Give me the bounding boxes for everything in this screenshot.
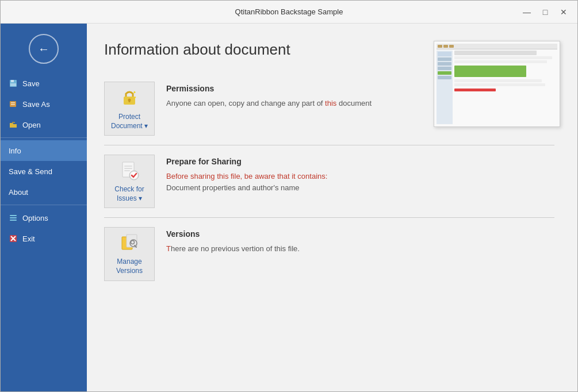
window-title: QtitanRibbon Backstage Sample	[235, 7, 343, 16]
versions-text: There are no previous vertion of this fi…	[166, 243, 554, 255]
thumbnail-content	[434, 41, 560, 126]
about-label: About	[9, 188, 28, 197]
manage-versions-button[interactable]: ManageVersions	[104, 227, 155, 280]
back-icon: ←	[38, 43, 49, 56]
thumb-body	[437, 51, 557, 124]
thumb-red-bar	[454, 89, 496, 91]
svg-rect-6	[10, 215, 17, 216]
svg-rect-20	[124, 170, 130, 171]
thumb-s5	[438, 71, 451, 75]
versions-heading: Versions	[166, 229, 554, 239]
versions-rest: here are no previous vertion of this fil…	[171, 244, 300, 253]
svg-rect-7	[10, 217, 17, 218]
sidebar-item-exit[interactable]: Exit	[1, 228, 87, 249]
sidebar-divider-2	[1, 205, 87, 205]
thumb-s6	[438, 76, 451, 79]
sidebar-item-saveas[interactable]: Save As	[1, 94, 87, 114]
manage-versions-label: ManageVersions	[116, 258, 143, 275]
svg-rect-5	[11, 104, 15, 105]
sidebar: ← Save	[1, 24, 87, 391]
back-button[interactable]: ←	[29, 34, 59, 64]
app-window: QtitanRibbon Backstage Sample — □ ✕ ←	[0, 0, 578, 392]
minimize-button[interactable]: —	[520, 5, 534, 19]
thumb-toolbar	[437, 44, 557, 49]
options-label: Options	[22, 214, 48, 222]
thumb-row-4	[454, 79, 542, 82]
sharing-text: Before sharing this file, be aware that …	[166, 171, 554, 193]
thumb-dot-1	[438, 45, 442, 48]
close-button[interactable]: ✕	[557, 5, 571, 19]
thumb-row-3	[454, 60, 547, 63]
thumb-s3	[438, 62, 451, 66]
svg-text:✦: ✦	[134, 95, 136, 99]
svg-rect-8	[10, 220, 17, 221]
sharing-detail: Document properties and author's name	[166, 183, 300, 192]
thumb-green-bar	[454, 66, 526, 77]
sidebar-item-info[interactable]: Info	[1, 140, 87, 161]
thumb-s4	[438, 67, 451, 70]
exit-icon	[9, 234, 18, 243]
sidebar-save-label: Save	[22, 79, 40, 88]
maximize-button[interactable]: □	[538, 5, 552, 19]
sidebar-item-open[interactable]: Open	[1, 114, 87, 135]
thumb-s1	[438, 52, 451, 56]
exit-label: Exit	[22, 235, 35, 243]
content-area: Information about document	[87, 24, 577, 391]
permissions-highlight: this	[325, 99, 336, 107]
lock-icon: ✦ ✦	[119, 87, 140, 110]
check-issues-label: Check forIssues ▾	[114, 185, 144, 203]
window-controls: — □ ✕	[520, 5, 571, 19]
sharing-heading: Prepare for Sharing	[166, 157, 554, 166]
thumb-dot-3	[449, 45, 454, 48]
open-icon	[9, 120, 18, 129]
svg-rect-19	[124, 168, 132, 169]
save-send-label: Save & Send	[9, 167, 52, 176]
thumb-s2	[438, 57, 451, 61]
thumb-dot-2	[443, 45, 448, 48]
thumb-row-1	[454, 51, 537, 55]
sharing-section: Check forIssues ▾ Prepare for Sharing Be…	[104, 145, 554, 218]
svg-rect-18	[124, 166, 132, 167]
sidebar-item-save[interactable]: Save	[1, 73, 87, 94]
sidebar-item-save-send[interactable]: Save & Send	[1, 161, 87, 182]
svg-rect-2	[10, 83, 16, 86]
versions-section: ManageVersions Versions There are no pre…	[104, 218, 554, 290]
sidebar-item-options[interactable]: Options	[1, 207, 87, 228]
sidebar-open-label: Open	[22, 121, 41, 129]
check-icon	[119, 160, 140, 183]
svg-rect-14	[129, 100, 131, 102]
title-bar: QtitanRibbon Backstage Sample — □ ✕	[1, 1, 577, 24]
manage-icon	[119, 232, 140, 255]
save-icon	[9, 79, 18, 88]
thumb-row-5	[454, 83, 545, 86]
protect-document-label: ProtectDocument ▾	[111, 113, 148, 130]
versions-content: Versions There are no previous vertion o…	[166, 227, 554, 255]
doc-thumbnail	[434, 41, 560, 127]
versions-t: T	[166, 244, 171, 253]
thumb-row-2	[454, 56, 552, 59]
sidebar-divider-1	[1, 137, 87, 138]
thumb-main-area	[454, 51, 557, 124]
sharing-content: Prepare for Sharing Before sharing this …	[166, 155, 554, 193]
options-icon	[9, 213, 18, 222]
svg-rect-1	[11, 80, 14, 82]
sidebar-saveas-label: Save As	[22, 100, 50, 109]
saveas-icon	[9, 99, 18, 109]
main-content: ← Save	[1, 24, 577, 391]
svg-text:✦: ✦	[133, 90, 136, 94]
check-issues-button[interactable]: Check forIssues ▾	[104, 155, 155, 208]
info-label: Info	[9, 147, 21, 155]
thumb-sidebar	[437, 51, 453, 124]
svg-rect-4	[11, 102, 15, 103]
sharing-highlight: Before sharing this file, be aware that …	[166, 172, 327, 180]
sidebar-item-about[interactable]: About	[1, 182, 87, 202]
protect-document-button[interactable]: ✦ ✦ ProtectDocument ▾	[104, 82, 155, 136]
